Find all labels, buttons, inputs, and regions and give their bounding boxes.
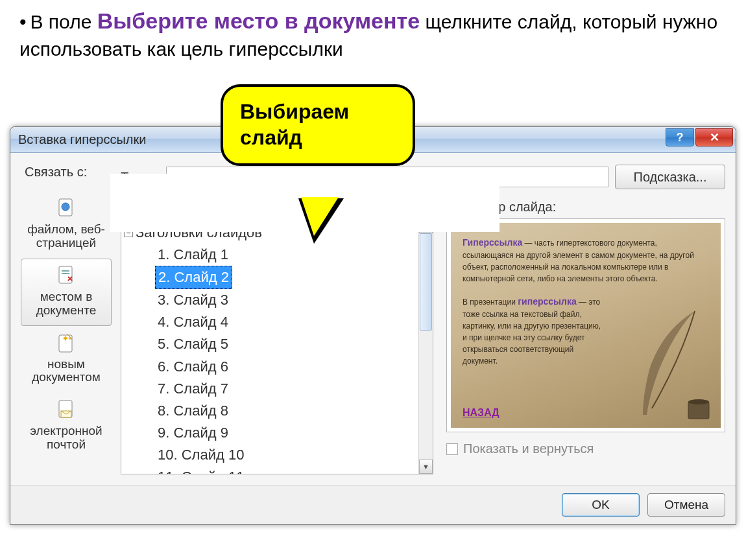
document-tree[interactable]: − Заголовки слайдов 1. Слайд 12. Слайд 2… [121,218,433,474]
scroll-down-icon[interactable]: ▼ [419,460,433,474]
dialog-title: Вставка гиперссылки [18,132,146,147]
preview-back-link: НАЗАД [463,407,499,419]
svg-rect-4 [62,273,69,274]
tree-item[interactable]: 2. Слайд 2 [155,266,232,289]
help-icon: ? [677,131,684,145]
tree-scrollbar[interactable]: ▲ ▼ [418,219,433,474]
linkto-place-label: местом в документе [23,290,110,318]
instruction-highlight: Выберите место в документе [97,8,420,33]
email-icon [54,399,78,422]
callout-line1: Выбираем [240,99,396,124]
screentip-button[interactable]: Подсказка... [615,165,725,189]
tree-item[interactable]: 7. Слайд 7 [155,380,231,397]
new-document-icon: ✦ [54,332,78,355]
tree-item[interactable]: 8. Слайд 8 [155,402,231,419]
tree-item[interactable]: 10. Слайд 10 [155,447,247,463]
scroll-thumb[interactable] [420,233,432,331]
tree-item[interactable]: 4. Слайд 4 [155,314,231,330]
svg-point-1 [62,203,69,211]
link-with-label: Связать с: [21,165,112,180]
linkto-newdoc-label: новым документом [23,358,110,385]
linkto-file-web[interactable]: файлом, веб-страницей [21,191,112,259]
instruction-prefix: В поле [30,11,97,32]
instruction-text: •В поле Выберите место в документе щелкн… [0,0,746,62]
svg-rect-2 [59,266,72,283]
preview-text2-pre: В презентации [463,298,518,307]
preview-text2: — это тоже ссылка на текстовый файл, кар… [463,298,601,366]
checkbox-icon[interactable] [446,443,458,455]
tree-item[interactable]: 6. Слайд 6 [155,358,231,375]
slide-preview-box: Гиперссылка — часть гипертекстового доку… [446,218,725,432]
linkto-file-web-label: файлом, веб-страницей [23,223,110,250]
feather-icon [623,305,714,421]
preview-keyword1: Гиперссылка [463,237,522,248]
callout-line2: слайд [240,124,396,150]
linkto-new-doc[interactable]: ✦ новым документом [21,326,112,393]
callout-bubble: Выбираем слайд [221,84,415,166]
show-return-label: Показать и вернуться [463,441,594,456]
dialog-footer: OK Отмена [10,485,736,524]
close-icon: ✕ [710,130,719,145]
svg-rect-3 [62,270,69,272]
bullet-icon: • [19,11,27,32]
preview-keyword2: гиперссылка [518,296,576,307]
linkto-email-label: электронной почтой [23,425,110,452]
linkto-place-in-doc[interactable]: местом в документе [21,259,112,326]
show-and-return-option[interactable]: Показать и вернуться [446,441,725,456]
slide-preview: Гиперссылка — часть гипертекстового доку… [451,223,721,428]
document-bookmark-icon [54,264,78,288]
globe-page-icon [54,197,78,220]
tree-item[interactable]: 9. Слайд 9 [155,425,231,441]
help-button[interactable]: ? [666,128,694,146]
svg-point-10 [688,399,709,404]
cancel-button[interactable]: Отмена [647,493,725,517]
ok-button[interactable]: OK [562,493,640,517]
linkto-email[interactable]: электронной почтой [21,393,112,460]
tree-item[interactable]: 3. Слайд 3 [155,292,231,308]
close-button[interactable]: ✕ [695,128,733,146]
tree-item[interactable]: 5. Слайд 5 [155,336,231,352]
svg-text:✦: ✦ [62,333,69,344]
tree-item[interactable]: 1. Слайд 1 [155,246,231,262]
tree-item[interactable]: 11. Слайд 11 [155,469,247,474]
